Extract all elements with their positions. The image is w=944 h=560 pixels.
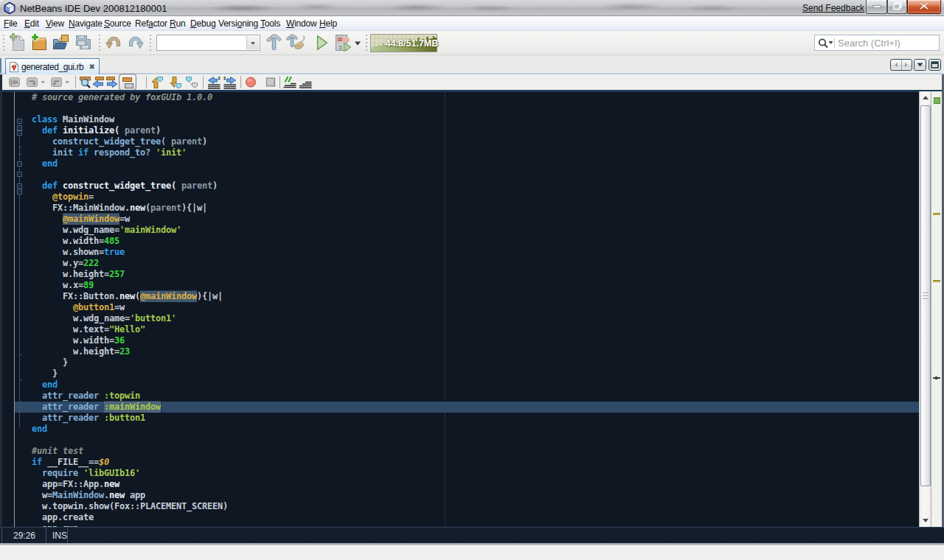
toolbar-grip[interactable] — [3, 35, 4, 52]
tab-list-dropdown-button[interactable] — [914, 59, 926, 71]
menu-tools[interactable]: Tools — [260, 18, 280, 29]
back-button[interactable] — [26, 76, 46, 88]
find-button[interactable] — [79, 76, 91, 88]
menu-source[interactable]: Source — [104, 18, 131, 29]
scroll-down-button[interactable] — [920, 514, 931, 527]
tab-generated-gui-rb[interactable]: generated_gui.rb ✖ — [5, 58, 100, 74]
toolbar-grip[interactable] — [99, 35, 100, 52]
new-file-button[interactable] — [9, 33, 27, 52]
save-all-button[interactable] — [74, 33, 93, 52]
memory-usage-bar[interactable]: 44.8/51.7MB — [370, 34, 437, 52]
shift-line-left-button[interactable] — [207, 76, 221, 89]
error-stripe[interactable] — [931, 91, 942, 527]
comment-button[interactable] — [283, 76, 296, 89]
code-line-37: w=MainWindow.new app — [0, 490, 145, 501]
menu-file[interactable]: File — [4, 18, 18, 29]
thumb-grip — [923, 295, 929, 296]
vertical-scrollbar[interactable] — [919, 91, 931, 527]
memory-usage-label: 44.8/51.7MB — [371, 35, 437, 52]
menu-navigate[interactable]: Navigate — [69, 18, 103, 29]
fold-guide-line — [19, 124, 20, 427]
menu-view[interactable]: View — [46, 18, 64, 29]
open-project-button[interactable] — [52, 33, 71, 52]
tab-close-icon[interactable]: ✖ — [89, 63, 95, 71]
start-macro-recording-button[interactable] — [245, 76, 257, 88]
code-line-21: w.wdg_name='button1' — [0, 313, 176, 324]
thumb-grip — [923, 298, 929, 299]
toolbar-grip[interactable] — [150, 35, 151, 52]
forward-button[interactable] — [50, 76, 70, 88]
shift-line-right-button[interactable] — [223, 76, 237, 89]
menu-versioning[interactable]: Versioning — [218, 18, 258, 29]
build-project-button[interactable] — [266, 33, 282, 52]
close-button[interactable] — [907, 0, 941, 14]
find-previous-button[interactable] — [92, 76, 105, 88]
occurrence-mark[interactable] — [933, 280, 940, 282]
caret-mark[interactable] — [933, 377, 940, 379]
redo-button[interactable] — [127, 34, 145, 52]
maximize-button[interactable] — [887, 0, 907, 14]
caret-position-status: 29:26 — [13, 529, 35, 542]
toggle-highlight-search-button[interactable] — [119, 74, 136, 91]
code-line-29: attr_reader :mainWindow — [0, 402, 161, 413]
stop-macro-recording-button[interactable] — [265, 76, 277, 88]
configuration-combobox[interactable] — [156, 35, 260, 51]
menu-edit[interactable]: Edit — [24, 18, 39, 29]
minimize-button[interactable] — [866, 0, 887, 14]
tab-label: generated_gui.rb — [21, 62, 83, 72]
status-divider — [46, 528, 46, 543]
fold-toggle-icon[interactable] — [17, 189, 22, 195]
status-bar: 29:26 INS — [0, 527, 944, 543]
netbeans-window: NetBeans IDE Dev 200812180001 Send Feedb… — [0, 0, 944, 545]
new-project-button[interactable] — [30, 33, 49, 52]
uncomment-button[interactable] — [299, 76, 312, 89]
fold-toggle-icon[interactable] — [17, 119, 22, 124]
editor-tab-bar: generated_gui.rb ✖ — [0, 55, 944, 74]
scroll-up-button[interactable] — [920, 91, 931, 104]
combobox-arrow-icon — [251, 42, 255, 45]
code-line-25: } — [0, 357, 68, 368]
maximize-editor-button[interactable] — [929, 59, 941, 71]
editor-toolbar-separator — [203, 76, 204, 88]
scroll-down-icon — [920, 514, 931, 527]
debug-dropdown-arrow[interactable] — [354, 41, 361, 46]
menu-debug[interactable]: Debug — [190, 18, 215, 29]
editor-toolbar-separator — [146, 76, 147, 88]
toggle-bookmark-button[interactable] — [185, 76, 199, 89]
code-line-11: FX::MainWindow.new(parent){|w| — [0, 203, 207, 214]
code-line-4: def initialize( parent) — [0, 125, 161, 136]
code-line-27: end — [0, 379, 58, 391]
fold-toggle-icon[interactable] — [17, 161, 22, 167]
next-bookmark-button[interactable] — [169, 76, 182, 89]
gutter-separator — [14, 92, 15, 527]
scrollbar-thumb[interactable] — [920, 105, 931, 486]
occurrence-mark[interactable] — [933, 213, 940, 215]
menu-help[interactable]: Help — [319, 18, 337, 29]
tab-scroll-buttons[interactable] — [890, 59, 912, 71]
clean-build-project-button[interactable] — [285, 33, 306, 52]
tab-list-dropdown-icon — [914, 60, 926, 70]
fold-toggle-icon[interactable] — [17, 130, 22, 136]
code-line-32 — [0, 435, 32, 446]
fold-toggle-icon[interactable] — [17, 183, 22, 189]
menu-run[interactable]: Run — [170, 18, 185, 29]
fold-toggle-icon[interactable] — [17, 172, 22, 177]
run-project-button[interactable] — [315, 33, 330, 52]
code-editor[interactable]: # source generated by foxGUIb 1.0.0class… — [0, 92, 919, 527]
code-line-6: init if respond_to? 'init' — [0, 147, 187, 158]
previous-bookmark-button[interactable] — [150, 76, 164, 89]
debug-project-button[interactable]: 3 — [333, 33, 353, 52]
code-line-26: } — [0, 368, 58, 379]
menu-refactor[interactable]: Refactor — [135, 18, 167, 29]
code-line-38: w.topwin.show(Fox::PLACEMENT_SCREEN) — [0, 501, 228, 512]
send-feedback-link[interactable]: Send Feedback — [802, 3, 864, 13]
find-next-button[interactable] — [105, 76, 118, 88]
last-edit-position-button[interactable] — [8, 76, 21, 88]
fold-toggle-icon[interactable] — [17, 125, 22, 130]
code-line-8 — [0, 169, 32, 181]
menu-window[interactable]: Window — [286, 18, 317, 29]
search-icon[interactable] — [817, 38, 835, 49]
undo-button[interactable] — [105, 34, 122, 52]
quick-search-box[interactable]: Search (Ctrl+I) — [814, 35, 940, 51]
toolbar-grip[interactable] — [366, 35, 367, 52]
